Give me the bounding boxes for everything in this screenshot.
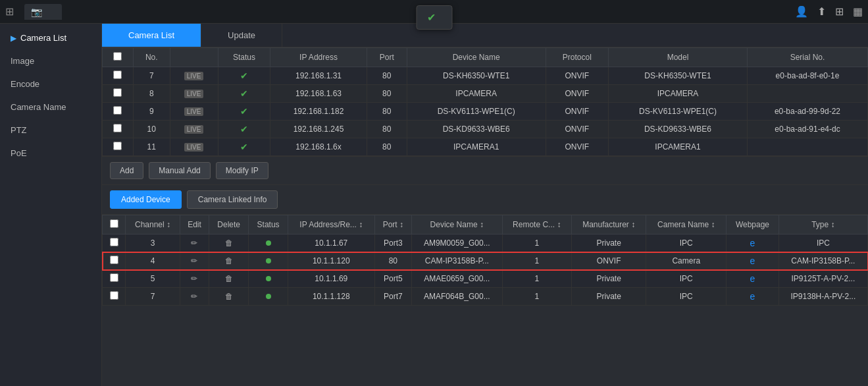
row-serial <box>747 85 867 103</box>
tab-update[interactable]: Update <box>201 24 282 47</box>
lower-header-port: Port ↕ <box>374 215 411 234</box>
lower-header-type: Type ↕ <box>779 215 867 234</box>
upper-table-row: 10 LIVE ✔ 192.168.1.245 80 DS-KD9633-WBE… <box>103 121 868 138</box>
sidebar-item-image[interactable]: Image <box>0 49 101 72</box>
row-webpage[interactable]: e <box>727 252 779 270</box>
row-edit[interactable]: ✏ <box>180 252 209 270</box>
arrow-icon: ▶ <box>11 34 16 43</box>
sidebar-item-encode[interactable]: Encode <box>0 72 101 96</box>
main-layout: ▶ Camera List Image Encode Camera Name P… <box>0 24 868 386</box>
add-button[interactable]: Add <box>110 162 143 179</box>
action-buttons: Add Manual Add Modify IP <box>102 157 868 185</box>
grid-icon[interactable]: ⊞ <box>835 5 844 18</box>
row-checkbox[interactable] <box>103 103 134 121</box>
modify-ip-button[interactable]: Modify IP <box>216 162 268 179</box>
row-status: ✔ <box>218 85 270 103</box>
row-manufacturer: Private <box>572 234 646 252</box>
lower-header-remote: Remote C... ↕ <box>502 215 572 234</box>
upload-icon[interactable]: ⬆ <box>817 5 826 18</box>
row-channel: 5 <box>126 270 180 288</box>
row-checkbox[interactable] <box>103 234 126 252</box>
header-checkbox <box>103 48 134 67</box>
row-checkbox[interactable] <box>103 270 126 288</box>
sidebar-item-camera-name[interactable]: Camera Name <box>0 96 101 119</box>
row-checkbox[interactable] <box>103 85 134 103</box>
apps-icon[interactable]: ⊞ <box>5 5 14 18</box>
row-protocol: ONVIF <box>546 103 608 121</box>
camera-linked-info-button[interactable]: Camera Linked Info <box>187 190 278 209</box>
row-edit[interactable]: ✏ <box>180 288 209 306</box>
lower-header-manufacturer: Manufacturer ↕ <box>572 215 646 234</box>
upper-table: No. Status IP Address Port Device Name P… <box>102 47 868 156</box>
upper-table-header-row: No. Status IP Address Port Device Name P… <box>103 48 868 67</box>
success-toast: ✔ <box>416 5 452 30</box>
row-delete[interactable]: 🗑 <box>209 288 248 306</box>
header-protocol: Protocol <box>546 48 608 67</box>
sidebar-label-image: Image <box>11 56 34 66</box>
row-serial: e0-ba-ad-99-9d-22 <box>747 103 867 121</box>
sidebar-item-ptz[interactable]: PTZ <box>0 119 101 142</box>
row-checkbox[interactable] <box>103 138 134 156</box>
row-channel: 3 <box>126 234 180 252</box>
header-ip: IP Address <box>270 48 367 67</box>
row-device: AMAE0659_G00... <box>412 270 502 288</box>
row-model: DS-KV6113-WPE1(C) <box>609 103 748 121</box>
row-checkbox[interactable] <box>103 288 126 306</box>
tab-bar: Camera List Update <box>102 24 868 47</box>
row-port: 80 <box>367 121 407 138</box>
row-model: DS-KD9633-WBE6 <box>609 121 748 138</box>
row-ip: 10.1.1.120 <box>288 252 374 270</box>
row-camera-name: Camera <box>646 252 727 270</box>
row-status <box>249 288 288 306</box>
row-checkbox[interactable] <box>103 252 126 270</box>
tab-camera[interactable]: 📷 <box>24 4 62 20</box>
screen-icon[interactable]: ▦ <box>853 5 863 18</box>
row-webpage[interactable]: e <box>727 270 779 288</box>
upper-table-row: 9 LIVE ✔ 192.168.1.182 80 DS-KV6113-WPE1… <box>103 103 868 121</box>
row-port: Port7 <box>374 288 411 306</box>
row-model: IPCAMERA1 <box>609 138 748 156</box>
header-live <box>170 48 218 67</box>
row-no: 8 <box>133 85 170 103</box>
camera-icon: 📷 <box>31 7 42 17</box>
sidebar-label-poe: PoE <box>11 148 27 158</box>
upper-table-row: 11 LIVE ✔ 192.168.1.6x 80 IPCAMERA1 ONVI… <box>103 138 868 156</box>
tab-camera-list[interactable]: Camera List <box>102 24 201 47</box>
row-manufacturer: Private <box>572 270 646 288</box>
row-webpage[interactable]: e <box>727 288 779 306</box>
row-model: DS-KH6350-WTE1 <box>609 67 748 85</box>
manual-add-button[interactable]: Manual Add <box>149 162 210 179</box>
row-manufacturer: ONVIF <box>572 252 646 270</box>
row-delete[interactable]: 🗑 <box>209 252 248 270</box>
row-checkbox[interactable] <box>103 67 134 85</box>
row-remote-c: 1 <box>502 252 572 270</box>
row-no: 11 <box>133 138 170 156</box>
row-protocol: ONVIF <box>546 67 608 85</box>
row-delete[interactable]: 🗑 <box>209 270 248 288</box>
sidebar-item-camera-list[interactable]: ▶ Camera List <box>0 26 101 49</box>
row-webpage[interactable]: e <box>727 234 779 252</box>
row-edit[interactable]: ✏ <box>180 270 209 288</box>
lower-header-status: Status <box>249 215 288 234</box>
row-camera-name: IPC <box>646 234 727 252</box>
row-no: 10 <box>133 121 170 138</box>
row-edit[interactable]: ✏ <box>180 234 209 252</box>
row-protocol: ONVIF <box>546 121 608 138</box>
lower-header-channel: Channel ↕ <box>126 215 180 234</box>
row-ip: 192.168.1.182 <box>270 103 367 121</box>
sidebar-item-poe[interactable]: PoE <box>0 142 101 165</box>
row-ip: 192.168.1.31 <box>270 67 367 85</box>
row-remote-c: 1 <box>502 234 572 252</box>
row-checkbox[interactable] <box>103 121 134 138</box>
header-status: Status <box>218 48 270 67</box>
added-device-button[interactable]: Added Device <box>110 190 182 209</box>
user-icon[interactable]: 👤 <box>795 5 808 18</box>
row-device: DS-KD9633-WBE6 <box>407 121 546 138</box>
row-delete[interactable]: 🗑 <box>209 234 248 252</box>
lower-table-row: 4 ✏ 🗑 10.1.1.120 80 CAM-IP3158B-P... 1 O… <box>103 252 868 270</box>
row-ip: 10.1.1.67 <box>288 234 374 252</box>
row-protocol: ONVIF <box>546 85 608 103</box>
lower-header-checkbox <box>103 215 126 234</box>
lower-table-row: 5 ✏ 🗑 10.1.1.69 Port5 AMAE0659_G00... 1 … <box>103 270 868 288</box>
row-device: CAM-IP3158B-P... <box>412 252 502 270</box>
